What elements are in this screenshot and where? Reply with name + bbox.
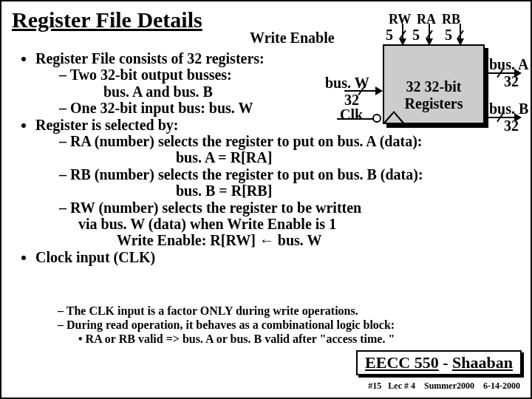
course-prof: Shaaban (452, 353, 513, 372)
course-box: EECC 550 - Shaaban (356, 350, 522, 375)
course-sep: - (439, 353, 452, 372)
fbullet-2a: RA or RB valid => bus. A or bus. B valid… (78, 332, 395, 347)
bullet-1a-sub: bus. A and bus. B (103, 83, 423, 100)
main-bullets: Register File consists of 32 registers: … (16, 50, 423, 265)
fbullet-1: The CLK input is a factor ONLY during wr… (58, 304, 395, 318)
busa-bits: 32 (504, 73, 519, 90)
bullet-2b-eq: bus. B = R[RB] (35, 183, 423, 199)
bullet-2a-eq: bus. A = R[RA] (35, 149, 423, 166)
footer-term: Summer2000 (424, 381, 474, 391)
bits-rw: 5 (386, 27, 393, 44)
bullet-1a: Two 32-bit output busses: (59, 66, 423, 83)
footer-lec: Lec # 4 (388, 381, 415, 391)
write-enable-label: Write Enable (250, 30, 335, 47)
busa-label: bus. A (489, 56, 528, 73)
bullet-2b: RB (number) selects the register to put … (59, 166, 423, 183)
footer-date: 6-14-2000 (483, 381, 520, 391)
bits-rb: 5 (445, 27, 452, 44)
busb-label: bus. B (489, 100, 528, 117)
footer-bullets: The CLK input is a factor ONLY during wr… (21, 304, 395, 347)
bullet-2c-eq: Write Enable: R[RW] ← bus. W (35, 232, 423, 248)
bullet-2a: RA (number) selects the register to put … (59, 133, 423, 149)
bullet-2c-cont: via bus. W (data) when Write Enable is 1 (35, 216, 423, 232)
fbullet-2: During read operation, it behaves as a c… (58, 318, 395, 332)
bits-ra: 5 (412, 27, 420, 44)
footer-line: #15 Lec # 4 Summer2000 6-14-2000 (368, 381, 520, 392)
slide-title: Register File Details (12, 7, 202, 33)
bullet-2c: RW (number) selects the register to be w… (59, 200, 423, 216)
bullet-2: Register is selected by: (35, 117, 423, 133)
bullet-3: Clock input (CLK) (35, 249, 423, 265)
bullet-1b: One 32-bit input bus: bus. W (59, 100, 423, 116)
course-code: EECC 550 (365, 353, 439, 372)
footer-slide: #15 (368, 381, 381, 391)
bullet-1: Register File consists of 32 registers: (35, 50, 423, 66)
busb-bits: 32 (504, 117, 519, 134)
